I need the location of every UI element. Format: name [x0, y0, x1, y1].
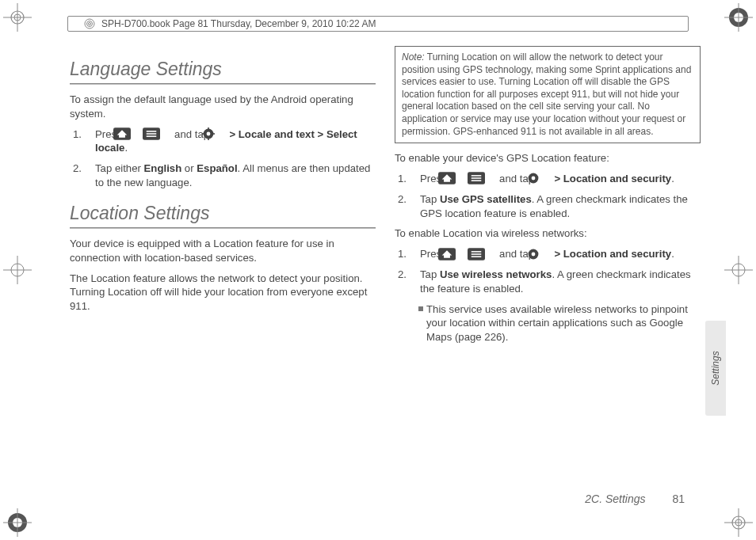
- right-column: Note: Turning Location on will allow the…: [395, 46, 701, 351]
- svg-rect-32: [208, 127, 209, 130]
- crop-mark-icon: [3, 508, 32, 537]
- gps-step-2: 2.Tap Use GPS satellites. A green checkm…: [409, 192, 701, 221]
- language-intro: To assign the default language used by t…: [70, 93, 376, 121]
- svg-point-23: [87, 21, 93, 27]
- wireless-heading: To enable Location via wireless networks…: [395, 226, 701, 241]
- svg-rect-27: [147, 131, 157, 132]
- svg-rect-29: [147, 136, 157, 138]
- heading-rule: [70, 83, 376, 85]
- svg-rect-38: [472, 176, 482, 177]
- settings-gear-icon: [212, 127, 227, 140]
- menu-key-icon: [479, 248, 496, 260]
- heading-rule: [70, 227, 376, 229]
- language-step-2: 2.Tap either English or Español. All men…: [84, 162, 376, 190]
- home-key-icon: [449, 172, 467, 184]
- crop-mark-icon: [724, 508, 753, 537]
- header-text: SPH-D700.book Page 81 Thursday, December…: [101, 18, 376, 29]
- heading-location-settings: Location Settings: [70, 201, 376, 226]
- settings-gear-icon: [537, 248, 552, 260]
- note-box: Note: Turning Location on will allow the…: [395, 46, 701, 143]
- left-column: Language Settings To assign the default …: [70, 46, 376, 351]
- svg-rect-35: [212, 133, 215, 135]
- settings-gear-icon: [537, 172, 552, 184]
- page-header-meta: SPH-D700.book Page 81 Thursday, December…: [67, 16, 689, 32]
- wireless-step-1: 1.Press > and tap > Location and securit…: [409, 247, 701, 261]
- wireless-step-2: 2.Tap Use wireless networks. A green che…: [409, 268, 701, 296]
- menu-key-icon: [154, 127, 171, 140]
- home-key-icon: [449, 248, 467, 260]
- wireless-bullet: This service uses available wireless net…: [418, 302, 701, 344]
- location-p2: The Location feature allows the network …: [70, 272, 376, 314]
- svg-point-31: [206, 132, 210, 136]
- svg-rect-45: [472, 251, 482, 253]
- crop-mark-icon: [724, 256, 753, 284]
- page-footer: 2C. Settings 81: [585, 492, 685, 505]
- home-key-icon: [124, 127, 142, 140]
- gps-step-1: 1.Press > and tap > Location and securit…: [409, 172, 701, 186]
- crop-mark-icon: [724, 3, 753, 32]
- svg-point-42: [531, 177, 535, 181]
- svg-point-49: [531, 252, 535, 256]
- note-label: Note:: [402, 51, 425, 63]
- svg-rect-46: [472, 253, 482, 255]
- gps-heading: To enable your device's GPS Location fea…: [395, 151, 701, 165]
- heading-language-settings: Language Settings: [70, 57, 376, 82]
- bullet-icon: [418, 306, 423, 311]
- svg-rect-39: [472, 178, 482, 180]
- svg-rect-47: [472, 256, 482, 257]
- svg-rect-34: [202, 133, 204, 135]
- location-p1: Your device is equipped with a Location …: [70, 237, 376, 265]
- crop-mark-icon: [3, 3, 32, 32]
- note-body: Turning Location on will allow the netwo…: [402, 51, 691, 137]
- svg-rect-28: [147, 133, 157, 135]
- crop-mark-icon: [3, 256, 32, 284]
- svg-point-22: [85, 19, 94, 29]
- footer-page-number: 81: [672, 492, 685, 505]
- menu-key-icon: [479, 172, 496, 184]
- footer-section: 2C. Settings: [585, 492, 645, 505]
- svg-rect-33: [208, 138, 209, 140]
- thumb-tab-settings: Settings: [705, 321, 726, 416]
- svg-point-24: [89, 23, 91, 25]
- spiral-icon: [84, 18, 95, 29]
- svg-rect-40: [472, 181, 482, 182]
- language-step-1: 1.Press > and tap > Locale and text > Se…: [84, 127, 376, 156]
